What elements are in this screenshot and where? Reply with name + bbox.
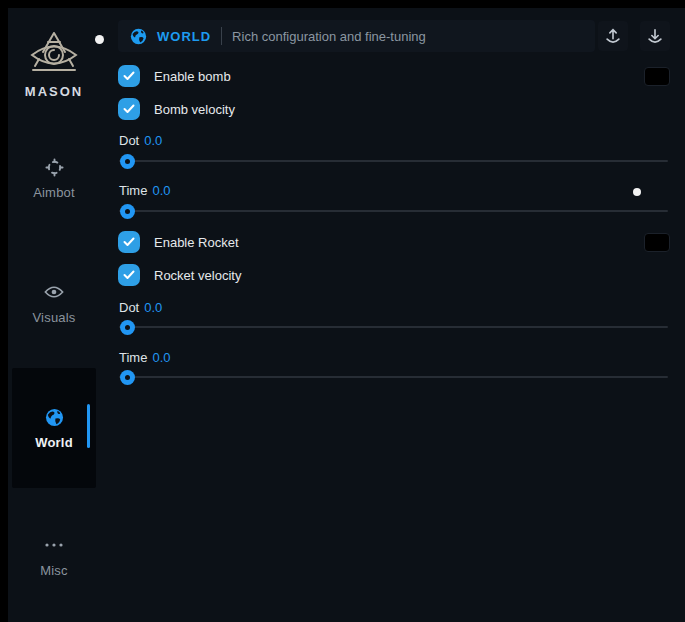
slider-track[interactable] bbox=[119, 376, 668, 378]
checkbox-label: Bomb velocity bbox=[154, 102, 235, 117]
sidebar-item-visuals[interactable]: Visuals bbox=[8, 282, 100, 325]
slider-track[interactable] bbox=[119, 160, 668, 162]
crosshair-icon bbox=[44, 157, 64, 177]
bomb-velocity-checkbox[interactable] bbox=[118, 98, 140, 120]
slider-label-rocket-time: Time0.0 bbox=[119, 350, 170, 365]
slider-thumb[interactable] bbox=[120, 320, 135, 335]
check-icon bbox=[123, 71, 135, 81]
sidebar-item-label: Visuals bbox=[32, 310, 75, 325]
sidebar-item-misc[interactable]: Misc bbox=[8, 535, 100, 578]
rocket-color-swatch[interactable] bbox=[644, 233, 670, 252]
checkbox-row-enable-rocket: Enable Rocket bbox=[118, 231, 670, 253]
rocket-velocity-checkbox[interactable] bbox=[118, 264, 140, 286]
slider-name: Time bbox=[119, 350, 147, 365]
slider-track[interactable] bbox=[119, 210, 668, 212]
enable-bomb-checkbox[interactable] bbox=[118, 65, 140, 87]
cursor-dot bbox=[95, 35, 104, 44]
rocket-dot-slider[interactable] bbox=[119, 319, 668, 335]
checkbox-row-enable-bomb: Enable bomb bbox=[118, 65, 670, 87]
brand-name: MASON bbox=[25, 84, 83, 99]
page-title: WORLD bbox=[157, 29, 211, 44]
sidebar-item-aimbot[interactable]: Aimbot bbox=[8, 157, 100, 200]
checkbox-label: Enable bomb bbox=[154, 69, 231, 84]
slider-value: 0.0 bbox=[144, 300, 162, 315]
sidebar-item-world[interactable]: World bbox=[8, 407, 100, 450]
slider-name: Dot bbox=[119, 133, 139, 148]
ellipsis-icon bbox=[44, 535, 64, 555]
slider-value: 0.0 bbox=[144, 133, 162, 148]
sidebar-item-label: Aimbot bbox=[33, 185, 75, 200]
bomb-dot-slider[interactable] bbox=[119, 153, 668, 169]
check-icon bbox=[123, 104, 135, 114]
download-config-button[interactable] bbox=[640, 21, 670, 51]
sidebar-item-label: Misc bbox=[40, 563, 68, 578]
sidebar-item-label: World bbox=[35, 435, 73, 450]
enable-rocket-checkbox[interactable] bbox=[118, 231, 140, 253]
download-icon bbox=[646, 27, 664, 45]
cursor-dot bbox=[633, 188, 641, 196]
header-divider bbox=[221, 27, 222, 45]
sidebar: MASON Aimbot Visuals bbox=[8, 8, 104, 622]
slider-thumb[interactable] bbox=[120, 370, 135, 385]
checkbox-label: Rocket velocity bbox=[154, 268, 241, 283]
brand-logo: MASON bbox=[8, 30, 100, 99]
pyramid-eye-logo-icon bbox=[27, 30, 81, 78]
slider-thumb[interactable] bbox=[120, 154, 135, 169]
slider-name: Time bbox=[119, 183, 147, 198]
upload-config-button[interactable] bbox=[598, 21, 628, 51]
checkbox-label: Enable Rocket bbox=[154, 235, 239, 250]
globe-icon bbox=[130, 28, 147, 45]
slider-name: Dot bbox=[119, 300, 139, 315]
eye-icon bbox=[44, 282, 64, 302]
bomb-time-slider[interactable] bbox=[119, 203, 668, 219]
slider-thumb[interactable] bbox=[120, 204, 135, 219]
checkbox-row-rocket-velocity: Rocket velocity bbox=[118, 264, 670, 286]
slider-track[interactable] bbox=[119, 326, 668, 328]
check-icon bbox=[123, 270, 135, 280]
bomb-color-swatch[interactable] bbox=[644, 67, 670, 86]
check-icon bbox=[123, 237, 135, 247]
upload-icon bbox=[604, 27, 622, 45]
mason-window: MASON Aimbot Visuals bbox=[8, 8, 685, 622]
slider-value: 0.0 bbox=[152, 350, 170, 365]
checkbox-row-bomb-velocity: Bomb velocity bbox=[118, 98, 670, 120]
globe-icon bbox=[44, 407, 64, 427]
slider-label-bomb-time: Time0.0 bbox=[119, 183, 170, 198]
slider-label-bomb-dot: Dot0.0 bbox=[119, 133, 162, 148]
rocket-time-slider[interactable] bbox=[119, 369, 668, 385]
slider-value: 0.0 bbox=[152, 183, 170, 198]
page-subtitle: Rich configuration and fine-tuning bbox=[232, 29, 426, 44]
page-header: WORLD Rich configuration and fine-tuning bbox=[118, 20, 595, 52]
slider-label-rocket-dot: Dot0.0 bbox=[119, 300, 162, 315]
